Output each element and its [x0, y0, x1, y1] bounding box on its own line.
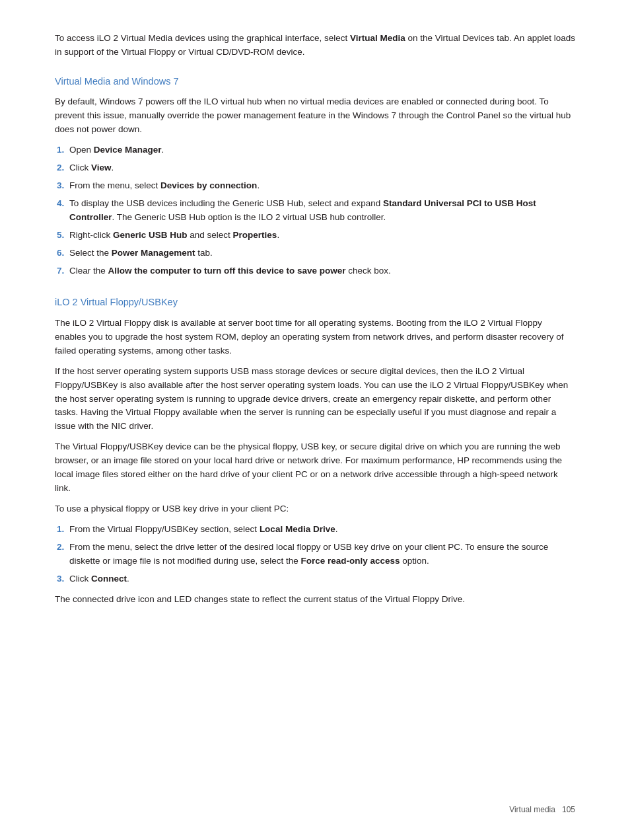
section2-heading: iLO 2 Virtual Floppy/USBKey: [55, 295, 575, 309]
section2-para1: The iLO 2 Virtual Floppy disk is availab…: [55, 317, 575, 358]
s2-step3-text-before: Click: [69, 574, 91, 584]
section2-para5: The connected drive icon and LED changes…: [55, 593, 575, 607]
step5-text-after: .: [277, 230, 279, 240]
section1-step-4: To display the USB devices including the…: [67, 197, 575, 225]
section1-step-2: Click View.: [67, 161, 575, 175]
section2-steps-list: From the Virtual Floppy/USBKey section, …: [67, 523, 575, 586]
section2-step-2: From the menu, select the drive letter o…: [67, 541, 575, 568]
section2-step-1: From the Virtual Floppy/USBKey section, …: [67, 523, 575, 537]
step2-bold: View: [91, 163, 112, 172]
page-content: To access iLO 2 Virtual Media devices us…: [0, 0, 630, 664]
step3-text-before: From the menu, select: [69, 180, 160, 190]
intro-bold: Virtual Media: [350, 33, 405, 43]
section-ilo2-virtual-floppy: iLO 2 Virtual Floppy/USBKey The iLO 2 Vi…: [55, 295, 575, 606]
s2-step1-text-before: From the Virtual Floppy/USBKey section, …: [69, 524, 260, 534]
section-virtual-media-windows7: Virtual Media and Windows 7 By default, …: [55, 74, 575, 278]
step7-bold: Allow the computer to turn off this devi…: [108, 266, 346, 276]
step1-bold: Device Manager: [94, 145, 162, 155]
s2-step3-bold: Connect: [91, 574, 127, 584]
step1-text-after: .: [162, 145, 164, 155]
section1-steps-list: Open Device Manager. Click View. From th…: [67, 143, 575, 278]
step2-text-before: Click: [69, 163, 91, 172]
intro-paragraph: To access iLO 2 Virtual Media devices us…: [55, 32, 575, 59]
section2-para2: If the host server operating system supp…: [55, 365, 575, 434]
step7-text-before: Clear the: [69, 266, 108, 276]
s2-step2-text-after: option.: [400, 556, 429, 566]
step5-text-before: Right-click: [69, 230, 113, 240]
s2-step1-text-after: .: [335, 524, 338, 534]
section1-step-1: Open Device Manager.: [67, 143, 575, 157]
section1-step-5: Right-click Generic USB Hub and select P…: [67, 229, 575, 243]
step6-text-before: Select the: [69, 248, 112, 258]
section1-heading: Virtual Media and Windows 7: [55, 74, 575, 89]
intro-text-before: To access iLO 2 Virtual Media devices us…: [55, 33, 350, 43]
step6-text-after: tab.: [195, 248, 213, 258]
section1-step-7: Clear the Allow the computer to turn off…: [67, 264, 575, 278]
step5-text-middle: and select: [188, 230, 233, 240]
s2-step3-text-after: .: [127, 574, 129, 584]
footer-label: Virtual media: [509, 805, 555, 814]
step6-bold: Power Management: [112, 248, 195, 258]
step4-text-after: . The Generic USB Hub option is the ILO …: [112, 212, 386, 222]
section1-para1: By default, Windows 7 powers off the ILO…: [55, 95, 575, 137]
section2-para4: To use a physical floppy or USB key driv…: [55, 502, 575, 516]
s2-step1-bold: Local Media Drive: [260, 524, 335, 534]
step7-text-after: check box.: [346, 266, 391, 276]
step2-text-after: .: [112, 163, 114, 172]
step3-bold: Devices by connection: [160, 180, 257, 190]
step4-text-before: To display the USB devices including the…: [69, 198, 383, 208]
step5-bold2: Properties: [233, 230, 277, 240]
step5-bold1: Generic USB Hub: [113, 230, 188, 240]
section2-step-3: Click Connect.: [67, 572, 575, 586]
section1-step-3: From the menu, select Devices by connect…: [67, 179, 575, 193]
section1-step-6: Select the Power Management tab.: [67, 247, 575, 260]
step1-text-before: Open: [69, 145, 94, 155]
step3-text-after: .: [257, 180, 260, 190]
page-footer: Virtual media 105: [509, 804, 575, 816]
section2-para3: The Virtual Floppy/USBKey device can be …: [55, 440, 575, 496]
footer-page-number: 105: [562, 805, 575, 814]
s2-step2-bold: Force read-only access: [300, 556, 400, 566]
